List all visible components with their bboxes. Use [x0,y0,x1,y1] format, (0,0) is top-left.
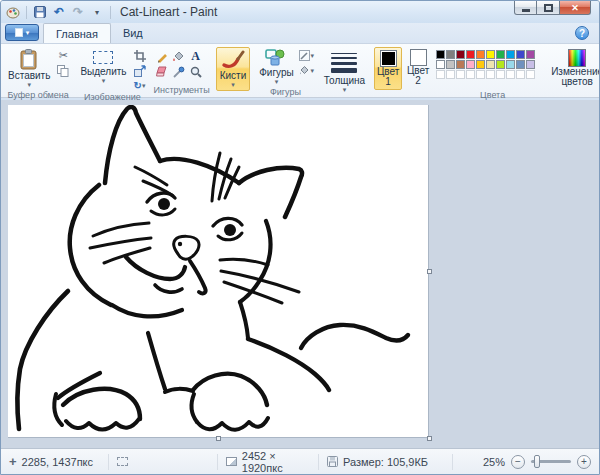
window-controls: ✕ [514,1,591,15]
selection-size-icon [117,457,128,466]
color2-button[interactable]: Цвет 2 [404,47,432,88]
help-icon: ? [579,28,585,39]
palette-swatch-empty[interactable] [476,70,485,79]
zoom-slider-thumb[interactable] [534,455,540,468]
cat-stroke-left-ear [105,107,160,183]
cat-stroke-right-paw-top [193,374,267,405]
palette-swatch-empty[interactable] [496,70,505,79]
save-button[interactable] [32,4,48,20]
palette-swatch[interactable] [486,50,495,59]
palette-swatch[interactable] [466,50,475,59]
pencil-icon [156,51,168,63]
palette-swatch-empty[interactable] [436,70,445,79]
crop-icon [134,50,146,62]
palette-swatch-empty[interactable] [526,70,535,79]
maximize-button[interactable] [537,1,560,15]
tab-home[interactable]: Главная [43,23,111,43]
group-label-spacer [216,91,251,96]
cat-stroke-tail [301,325,408,348]
palette-swatch[interactable] [476,50,485,59]
zoom-level-value: 25% [483,456,505,468]
thickness-button[interactable]: Толщина ▾ [321,47,368,95]
resize-icon [134,65,146,77]
eyedropper-icon [173,66,185,78]
shapes-icon [265,49,287,67]
undo-button[interactable]: ↶ [51,4,67,20]
thickness-label: Толщина [324,75,365,86]
tab-view[interactable]: Вид [111,23,155,43]
qat-separator [110,6,111,19]
palette-swatch[interactable] [526,60,535,69]
cat-stroke-chin [155,285,182,292]
cat-stroke-right-ear [239,168,302,217]
copy-button[interactable] [55,64,71,77]
cut-button[interactable]: ✂ [55,49,71,62]
color1-button[interactable]: Цвет 1 [374,47,402,90]
palette-swatch[interactable] [516,60,525,69]
zoom-slider[interactable] [531,460,571,463]
palette-swatch[interactable] [466,60,475,69]
palette-swatch[interactable] [436,60,445,69]
palette-swatch-empty[interactable] [456,70,465,79]
rotate-button[interactable]: ↻ ▾ [132,79,148,92]
maximize-icon [544,4,553,12]
select-button[interactable]: Выделить ▾ [77,47,129,86]
palette-swatch[interactable] [456,50,465,59]
shapes-button[interactable]: Фигуры ▾ [256,47,296,87]
close-button[interactable]: ✕ [560,1,591,15]
zoom-out-button[interactable]: − [511,455,525,469]
group-clipboard: Вставить ▾ ✂ Буфер обмена [3,46,73,97]
palette-swatch[interactable] [486,60,495,69]
zoom-in-button[interactable]: + [577,455,591,469]
palette-swatch[interactable] [446,50,455,59]
canvas-resize-handle-bottom[interactable] [216,436,221,441]
cat-stroke-whisker-left-1 [93,223,149,236]
brush-icon [221,50,245,70]
group-label-shapes: Фигуры [256,87,314,98]
paint-canvas[interactable] [8,105,429,438]
palette-swatch-empty[interactable] [506,70,515,79]
palette-swatch-empty[interactable] [486,70,495,79]
cat-stroke-mouth-right [190,261,206,293]
palette-swatch[interactable] [506,50,515,59]
minimize-button[interactable] [514,1,537,15]
magnifier-tool-button[interactable] [188,65,204,78]
palette-swatch[interactable] [526,50,535,59]
palette-swatch[interactable] [456,60,465,69]
palette-swatch[interactable] [436,50,445,59]
cat-left-pupil [158,198,170,210]
title-bar: ↶ ↷ ▾ Cat-Lineart - Paint ✕ [1,1,599,23]
color2-label: Цвет 2 [405,66,431,86]
palette-swatch[interactable] [516,50,525,59]
thickness-icon [331,49,357,75]
canvas-resize-handle-right[interactable] [427,269,432,274]
palette-swatch-empty[interactable] [516,70,525,79]
resize-button[interactable] [132,64,148,77]
color-picker-tool-button[interactable] [171,65,187,78]
paste-label: Вставить [8,70,50,81]
paint-menu-button[interactable]: ▾ [5,24,39,41]
eraser-tool-button[interactable] [154,65,170,78]
pencil-tool-button[interactable] [154,50,170,63]
canvas-resize-handle-corner[interactable] [427,436,432,441]
paste-button[interactable]: Вставить ▾ [5,47,53,90]
brushes-button[interactable]: Кисти ▾ [216,47,251,91]
palette-swatch[interactable] [496,50,505,59]
text-tool-button[interactable]: A [188,50,204,63]
fill-tool-button[interactable] [171,50,187,63]
palette-swatch[interactable] [506,60,515,69]
edit-colors-button[interactable]: Изменение цветов [543,47,600,89]
crop-button[interactable] [132,49,148,62]
palette-swatch-empty[interactable] [466,70,475,79]
shape-fill-button[interactable]: ▾ [299,64,315,77]
palette-swatch[interactable] [476,60,485,69]
palette-swatch-empty[interactable] [446,70,455,79]
redo-button[interactable]: ↷ [70,4,86,20]
palette-swatch[interactable] [496,60,505,69]
group-label-tools: Инструменты [154,85,210,96]
qat-separator [26,6,27,19]
help-button[interactable]: ? [575,26,589,40]
palette-swatch[interactable] [446,60,455,69]
qat-customize-dropdown[interactable]: ▾ [89,4,105,20]
shape-outline-button[interactable]: ▾ [299,49,315,62]
